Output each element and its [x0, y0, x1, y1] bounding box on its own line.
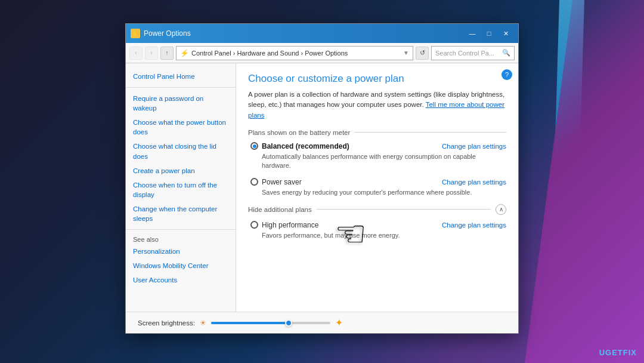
radio-power-saver[interactable]	[250, 178, 258, 186]
bottom-bar: Screen brightness: ☀ ✦	[126, 312, 518, 333]
brightness-fill	[211, 322, 289, 324]
sidebar-link-lid[interactable]: Choose what closing the lid does	[126, 139, 236, 163]
panel-title: Choose or customize a power plan	[248, 73, 506, 85]
plans-shown-section-header: Plans shown on the battery meter	[248, 129, 506, 136]
hide-additional-label: Hide additional plans	[248, 206, 312, 213]
sidebar-link-create-plan[interactable]: Create a power plan	[126, 164, 236, 178]
sidebar-link-sleep[interactable]: Change when the computer sleeps	[126, 202, 236, 226]
close-button[interactable]: ✕	[498, 27, 513, 39]
sidebar-link-mobility[interactable]: Windows Mobility Center	[126, 259, 236, 273]
power-options-window: ⚡ Power Options — □ ✕ ‹ › ↑ ⚡ Control Pa…	[125, 23, 519, 334]
change-plan-balanced[interactable]: Change plan settings	[442, 143, 506, 150]
plan-name-high-perf: High performance	[262, 221, 318, 229]
brightness-high-icon: ✦	[335, 317, 343, 328]
window-icon: ⚡	[131, 29, 140, 38]
brightness-label: Screen brightness:	[138, 319, 195, 327]
sidebar-divider-1	[126, 87, 236, 88]
brightness-thumb[interactable]	[285, 319, 292, 327]
window-controls: — □ ✕	[465, 27, 513, 39]
maximize-button[interactable]: □	[481, 27, 497, 39]
main-panel: ? Choose or customize a power plan A pow…	[236, 63, 518, 312]
watermark-prefix: UG	[599, 348, 612, 357]
change-plan-power-saver[interactable]: Change plan settings	[442, 179, 506, 186]
plan-name-balanced: Balanced (recommended)	[262, 142, 349, 150]
watermark: UGETFIX	[599, 348, 637, 357]
sidebar-link-accounts[interactable]: User Accounts	[126, 273, 236, 287]
change-plan-high-perf[interactable]: Change plan settings	[442, 222, 506, 229]
sidebar-link-turn-off-display[interactable]: Choose when to turn off the display	[126, 178, 236, 202]
titlebar: ⚡ Power Options — □ ✕	[126, 24, 518, 43]
plan-desc-balanced: Automatically balances performance with …	[250, 152, 506, 171]
plans-shown-label: Plans shown on the battery meter	[248, 129, 350, 136]
sidebar-link-password[interactable]: Require a password on wakeup	[126, 91, 236, 115]
plan-item-high-perf: High performance Change plan settings Fa…	[248, 221, 506, 240]
sidebar-link-power-button[interactable]: Choose what the power button does	[126, 115, 236, 139]
plan-row-high-perf: High performance Change plan settings	[250, 221, 506, 229]
dropdown-icon[interactable]: ▼	[403, 50, 409, 56]
breadcrumb-icon: ⚡	[180, 49, 189, 57]
plan-desc-high-perf: Favors performance, but may use more ene…	[250, 231, 506, 240]
content-area: Control Panel Home Require a password on…	[126, 63, 518, 312]
collapse-button[interactable]: ∧	[496, 204, 506, 215]
sidebar: Control Panel Home Require a password on…	[126, 63, 236, 312]
plan-item-balanced: Balanced (recommended) Change plan setti…	[248, 142, 506, 171]
panel-description: A power plan is a collection of hardware…	[248, 90, 506, 121]
search-placeholder-text: Search Control Pa...	[435, 50, 494, 57]
plan-label-power-saver[interactable]: Power saver	[250, 178, 302, 186]
plan-row-balanced: Balanced (recommended) Change plan setti…	[250, 142, 506, 150]
radio-high-perf[interactable]	[250, 221, 258, 229]
up-button[interactable]: ↑	[160, 47, 174, 60]
address-bar: ‹ › ↑ ⚡ Control Panel › Hardware and Sou…	[126, 43, 518, 63]
forward-button[interactable]: ›	[145, 47, 158, 60]
plan-label-balanced[interactable]: Balanced (recommended)	[250, 142, 349, 150]
hide-additional-section-header: Hide additional plans ∧	[248, 204, 506, 215]
see-also-label: See also	[126, 229, 166, 245]
refresh-button[interactable]: ↺	[416, 47, 429, 60]
help-button[interactable]: ?	[501, 69, 512, 80]
section-line-2	[317, 209, 491, 210]
section-line-1	[355, 132, 506, 133]
breadcrumb-text: Control Panel › Hardware and Sound › Pow…	[191, 50, 348, 57]
sidebar-home-link[interactable]: Control Panel Home	[126, 69, 236, 84]
brightness-low-icon: ☀	[200, 319, 206, 327]
plan-desc-power-saver: Saves energy by reducing your computer's…	[250, 188, 506, 197]
minimize-button[interactable]: —	[465, 27, 480, 39]
window-title: Power Options	[144, 29, 461, 38]
plan-item-power-saver: Power saver Change plan settings Saves e…	[248, 178, 506, 197]
watermark-suffix: TFIX	[618, 348, 637, 357]
plan-row-power-saver: Power saver Change plan settings	[250, 178, 506, 186]
plan-label-high-perf[interactable]: High performance	[250, 221, 318, 229]
back-button[interactable]: ‹	[129, 47, 143, 60]
search-icon: 🔍	[502, 49, 510, 57]
watermark-accent: E	[612, 348, 618, 357]
power-icon: ⚡	[132, 30, 139, 37]
search-bar[interactable]: Search Control Pa... 🔍	[431, 46, 515, 60]
plan-name-power-saver: Power saver	[262, 178, 302, 186]
breadcrumb-bar: ⚡ Control Panel › Hardware and Sound › P…	[176, 46, 413, 60]
radio-balanced[interactable]	[250, 142, 258, 150]
brightness-slider[interactable]	[211, 322, 330, 324]
sidebar-link-personalization[interactable]: Personalization	[126, 244, 236, 259]
